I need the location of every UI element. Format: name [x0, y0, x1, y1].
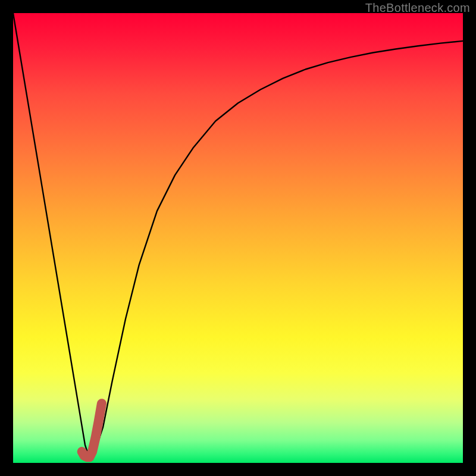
highlight-segment-path: [82, 403, 102, 457]
chart-frame: TheBottleneck.com: [0, 0, 476, 476]
watermark-text: TheBottleneck.com: [365, 1, 470, 15]
plot-area: [13, 13, 463, 463]
bottleneck-curve-path: [13, 13, 463, 458]
chart-svg: [13, 13, 463, 463]
